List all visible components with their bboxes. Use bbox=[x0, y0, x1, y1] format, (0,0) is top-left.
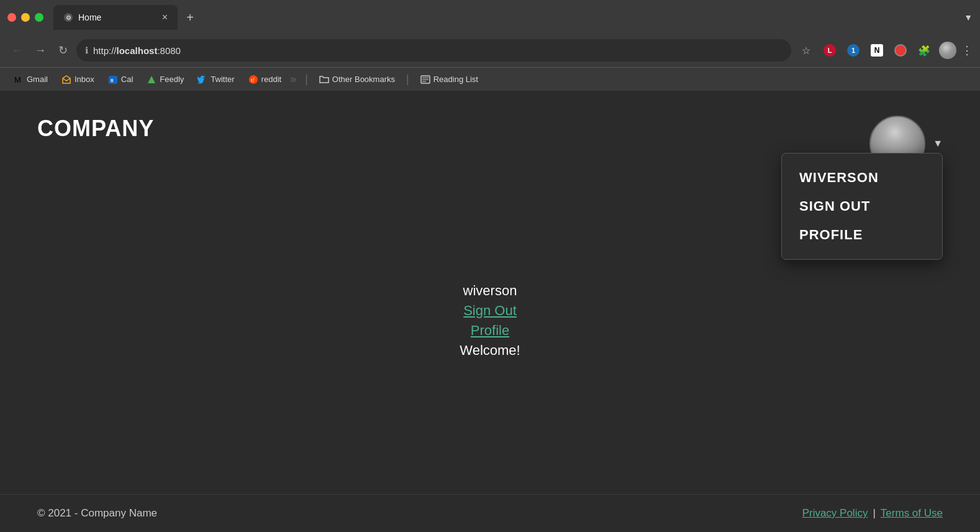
welcome-message: Welcome! bbox=[460, 342, 520, 359]
toolbar-icons: ☆ L 1 N 🧩 ⋮ bbox=[796, 40, 973, 60]
twitter-icon bbox=[197, 75, 207, 85]
bookmark-cal[interactable]: 8 Cal bbox=[102, 73, 140, 86]
sign-out-link[interactable]: Sign Out bbox=[463, 303, 517, 319]
gmail-icon: M bbox=[14, 75, 24, 85]
bookmark-cal-label: Cal bbox=[121, 75, 134, 84]
dropdown-arrow-icon[interactable]: ▼ bbox=[933, 138, 943, 149]
browser-menu-button[interactable]: ⋮ bbox=[961, 44, 973, 57]
bookmark-gmail-label: Gmail bbox=[27, 75, 48, 84]
bookmarks-separator-1: | bbox=[305, 73, 308, 86]
maximize-window-button[interactable] bbox=[35, 13, 43, 22]
svg-text:r/: r/ bbox=[251, 77, 255, 83]
title-bar: ⚙ Home × + ▼ bbox=[0, 0, 980, 35]
extensions-puzzle-button[interactable]: 🧩 bbox=[914, 40, 934, 60]
bookmark-inbox-label: Inbox bbox=[75, 75, 94, 84]
bookmark-feedly-label: Feedly bbox=[160, 75, 184, 84]
notion-extension[interactable]: N bbox=[867, 40, 887, 60]
folder-icon bbox=[319, 75, 329, 85]
bookmark-gmail[interactable]: M Gmail bbox=[7, 73, 54, 86]
bookmark-inbox[interactable]: Inbox bbox=[55, 73, 101, 86]
close-window-button[interactable] bbox=[7, 13, 16, 22]
copyright-text: © 2021 - Company Name bbox=[37, 507, 157, 520]
username-display: wiverson bbox=[463, 283, 517, 299]
bookmark-reddit[interactable]: r/ reddit bbox=[242, 73, 288, 86]
bookmarks-bar: M Gmail Inbox 8 Cal bbox=[0, 67, 980, 91]
privacy-policy-link[interactable]: Privacy Policy bbox=[802, 507, 868, 520]
footer-links: Privacy Policy | Terms of Use bbox=[802, 507, 943, 520]
more-bookmarks-indicator[interactable]: » bbox=[290, 73, 296, 86]
bookmark-other-label: Other Bookmarks bbox=[332, 75, 395, 84]
window-controls bbox=[7, 13, 43, 22]
bookmark-reading-list[interactable]: Reading List bbox=[414, 73, 484, 86]
reload-button[interactable]: ↻ bbox=[55, 41, 71, 60]
address-bar-row: ← → ↻ ℹ http://localhost:8080 ☆ L 1 N 🧩 bbox=[0, 35, 980, 67]
lastpass-extension[interactable]: L bbox=[820, 40, 840, 60]
cal-icon: 8 bbox=[108, 75, 118, 85]
svg-text:⚙: ⚙ bbox=[66, 14, 71, 21]
company-logo: COMPANY bbox=[37, 116, 154, 142]
profile-link[interactable]: Profile bbox=[471, 323, 509, 339]
page-footer: © 2021 - Company Name Privacy Policy | T… bbox=[0, 494, 980, 532]
bookmark-twitter-label: Twitter bbox=[211, 75, 234, 84]
user-dropdown-menu: WIVERSON SIGN OUT PROFILE bbox=[781, 153, 943, 260]
reading-list-icon bbox=[420, 75, 430, 85]
dropdown-username: WIVERSON bbox=[797, 163, 927, 192]
dropdown-sign-out[interactable]: SIGN OUT bbox=[797, 192, 927, 221]
address-bar[interactable]: ℹ http://localhost:8080 bbox=[76, 39, 791, 62]
onepassword-extension[interactable]: 1 bbox=[843, 40, 863, 60]
dropdown-profile[interactable]: PROFILE bbox=[797, 221, 927, 249]
bookmark-feedly[interactable]: Feedly bbox=[140, 73, 190, 86]
forward-button[interactable]: → bbox=[31, 42, 50, 60]
feedly-icon bbox=[147, 75, 157, 85]
bookmark-twitter[interactable]: Twitter bbox=[191, 73, 240, 86]
back-button[interactable]: ← bbox=[7, 42, 26, 60]
new-tab-button[interactable]: + bbox=[180, 7, 200, 27]
profile-avatar-button[interactable] bbox=[938, 40, 958, 60]
bookmark-reddit-label: reddit bbox=[261, 75, 282, 84]
bookmarks-separator-2: | bbox=[406, 73, 409, 86]
svg-text:8: 8 bbox=[111, 78, 114, 83]
page-content: COMPANY ▼ WIVERSON SIGN OUT PROFILE wive… bbox=[0, 91, 980, 532]
browser-chrome: ⚙ Home × + ▼ ← → ↻ ℹ http://localhost:80… bbox=[0, 0, 980, 91]
svg-text:M: M bbox=[14, 75, 21, 85]
tab-title: Home bbox=[78, 12, 157, 22]
bookmark-star-button[interactable]: ☆ bbox=[796, 40, 816, 60]
bookmark-reading-list-label: Reading List bbox=[433, 75, 478, 84]
tab-bar: ⚙ Home × + ▼ bbox=[53, 5, 973, 30]
record-extension[interactable] bbox=[891, 40, 910, 60]
footer-divider: | bbox=[873, 507, 875, 520]
info-icon: ℹ bbox=[85, 45, 88, 55]
minimize-window-button[interactable] bbox=[21, 13, 30, 22]
tab-favicon: ⚙ bbox=[63, 12, 73, 22]
bookmark-other[interactable]: Other Bookmarks bbox=[313, 73, 401, 86]
tab-list-dropdown[interactable]: ▼ bbox=[964, 12, 973, 22]
inbox-icon bbox=[61, 75, 71, 85]
tab-close-button[interactable]: × bbox=[162, 12, 168, 23]
terms-of-use-link[interactable]: Terms of Use bbox=[881, 507, 943, 520]
address-text: http://localhost:8080 bbox=[93, 45, 783, 56]
active-tab[interactable]: ⚙ Home × bbox=[53, 5, 178, 30]
reddit-icon: r/ bbox=[248, 75, 258, 85]
